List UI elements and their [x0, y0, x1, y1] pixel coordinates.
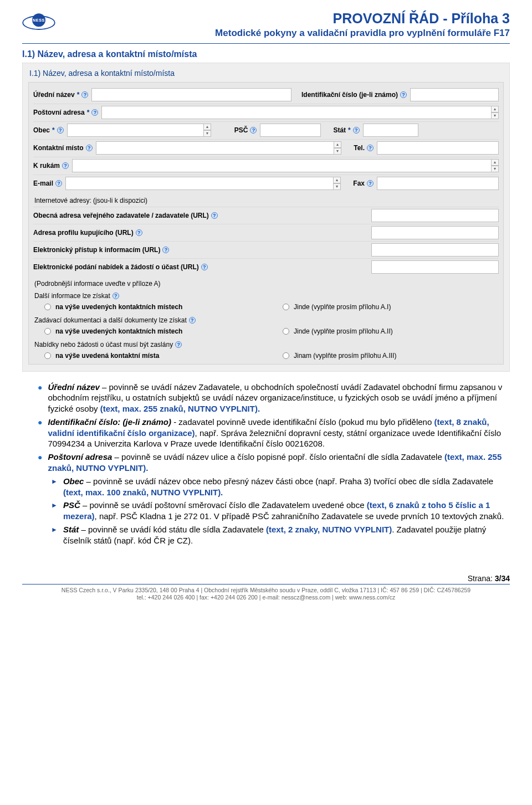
- label-id-cislo: Identifikační číslo (je-li známo) ?: [301, 91, 407, 99]
- help-icon[interactable]: ?: [175, 341, 182, 348]
- radio3-opt2[interactable]: [283, 352, 289, 359]
- page-header: NESS PROVOZNÍ ŘÁD - Příloha 3 Metodické …: [22, 11, 510, 39]
- label-url-profil: Adresa profilu kupujícího (URL) ?: [33, 229, 368, 237]
- radio3-opt1-label: na výše uvedená kontaktní místa: [55, 352, 159, 360]
- label-fax: Fax ?: [353, 180, 374, 187]
- footer-divider: [22, 584, 510, 584]
- input-postovni-adresa[interactable]: [101, 106, 492, 119]
- footer-line1: NESS Czech s.r.o., V Parku 2335/20, 148 …: [22, 587, 510, 594]
- input-obec[interactable]: [67, 124, 204, 137]
- bullet-uredni-nazev: ● Úřední název – povinně se uvádí název …: [38, 382, 510, 414]
- help-icon[interactable]: ?: [353, 127, 360, 134]
- input-email[interactable]: [65, 177, 334, 190]
- radio2-opt2-label: Jinde (vyplňte prosím přílohu A.II): [294, 327, 393, 335]
- help-icon[interactable]: ?: [57, 127, 64, 134]
- label-tel: Tel. ?: [354, 144, 374, 152]
- label-stat: Stát*?: [333, 126, 359, 134]
- input-uredni-nazev[interactable]: [91, 88, 291, 101]
- input-url-profil[interactable]: [371, 226, 499, 239]
- logo: NESS: [22, 11, 61, 35]
- page-number: 3/34: [495, 574, 510, 583]
- radio3-label: Nabídky nebo žádosti o účast musí být za…: [34, 341, 173, 348]
- spinner-down-icon[interactable]: ▾: [333, 183, 341, 190]
- triangle-icon: ►: [51, 524, 58, 546]
- spinner-up-icon[interactable]: ▴: [491, 106, 499, 112]
- help-icon[interactable]: ?: [81, 91, 88, 98]
- spinner-down-icon[interactable]: ▾: [334, 148, 341, 155]
- help-icon[interactable]: ?: [367, 145, 374, 151]
- help-icon[interactable]: ?: [136, 229, 142, 236]
- radio3-opt1[interactable]: [44, 352, 51, 359]
- input-tel[interactable]: [377, 141, 499, 155]
- svg-text:NESS: NESS: [33, 18, 45, 23]
- bullet-postovni-adresa: ● Poštovní adresa – povinně se uvádí náz…: [38, 452, 510, 474]
- bullet-icon: ●: [38, 452, 42, 474]
- label-uredni-nazev: Úřední název*?: [33, 91, 88, 99]
- input-fax[interactable]: [377, 177, 499, 190]
- bullet-icon: ●: [38, 382, 42, 414]
- help-icon[interactable]: ?: [162, 247, 169, 253]
- note-priloha: (Podrobnější informace uveďte v příloze …: [34, 280, 498, 288]
- spinner-down-icon[interactable]: ▾: [203, 130, 211, 137]
- doc-subtitle: Metodické pokyny a validační pravidla pr…: [61, 28, 510, 39]
- help-icon[interactable]: ?: [62, 162, 69, 169]
- label-postovni-adresa: Poštovní adresa*?: [33, 109, 98, 116]
- input-url-elektr-podani[interactable]: [371, 260, 499, 274]
- radio2-opt2[interactable]: [283, 328, 289, 335]
- page-footer: Strana: 3/34 NESS Czech s.r.o., V Parku …: [22, 574, 510, 602]
- help-icon[interactable]: ?: [201, 264, 208, 270]
- note-internet: Internetové adresy: (jsou-li k dispozici…: [34, 197, 498, 204]
- help-icon[interactable]: ?: [400, 91, 407, 98]
- footer-line2: tel.: +420 244 026 400 | fax: +420 244 0…: [22, 594, 510, 602]
- help-icon[interactable]: ?: [112, 293, 119, 299]
- input-stat[interactable]: [363, 124, 418, 137]
- help-icon[interactable]: ?: [91, 109, 98, 116]
- help-icon[interactable]: ?: [55, 180, 62, 187]
- triangle-icon: ►: [51, 500, 58, 522]
- bullet-icon: ●: [38, 417, 42, 449]
- label-obec: Obec*?: [33, 126, 64, 134]
- help-icon[interactable]: ?: [189, 317, 196, 324]
- header-divider: [22, 43, 510, 44]
- form-subheader: I.1) Název, adresa a kontaktní místo/mís…: [29, 69, 504, 78]
- bullet-psc: ► PSČ – povinně se uvádí poštovní směrov…: [51, 500, 510, 522]
- guidelines-content: ● Úřední název – povinně se uvádí název …: [22, 382, 510, 546]
- triangle-icon: ►: [51, 476, 58, 498]
- doc-title: PROVOZNÍ ŘÁD - Příloha 3: [61, 11, 510, 27]
- radio2-opt1[interactable]: [44, 328, 51, 335]
- radio3-opt2-label: Jinam (vyplňte prosím přílohu A.III): [294, 352, 396, 360]
- input-url-obecna[interactable]: [371, 209, 499, 222]
- label-email: E-mail ?: [33, 180, 62, 187]
- bullet-stat: ► Stát – povinně se uvádí kód státu dle …: [51, 524, 510, 546]
- help-icon[interactable]: ?: [250, 127, 257, 134]
- spinner-up-icon[interactable]: ▴: [491, 159, 499, 166]
- help-icon[interactable]: ?: [86, 145, 93, 151]
- help-icon[interactable]: ?: [367, 180, 374, 187]
- help-icon[interactable]: ?: [211, 212, 218, 219]
- radio1-label: Další informace lze získat: [34, 292, 110, 300]
- spinner-down-icon[interactable]: ▾: [491, 112, 499, 119]
- label-psc: PSČ ?: [234, 126, 257, 134]
- label-kontaktni-misto: Kontaktní místo ?: [33, 144, 93, 152]
- radio1-opt2-label: Jinde (vyplňte prosím přílohu A.I): [294, 303, 391, 311]
- spinner-up-icon[interactable]: ▴: [334, 141, 341, 148]
- spinner-down-icon[interactable]: ▾: [491, 166, 499, 172]
- input-k-rukam[interactable]: [72, 159, 492, 172]
- section-heading: I.1) Název, adresa a kontaktní místo/mís…: [22, 49, 510, 59]
- label-url-elektr-pristup: Elektronický přístup k informacím (URL) …: [33, 246, 368, 254]
- label-k-rukam: K rukám ?: [33, 162, 69, 170]
- label-url-elektr-podani: Elektronické podání nabídek a žádostí o …: [33, 263, 368, 271]
- spinner-up-icon[interactable]: ▴: [203, 124, 211, 130]
- input-kontaktni-misto[interactable]: [96, 141, 335, 155]
- ness-logo-icon: NESS: [22, 12, 55, 33]
- input-id-cislo[interactable]: [410, 88, 499, 101]
- radio1-opt2[interactable]: [283, 304, 289, 310]
- input-psc[interactable]: [260, 124, 321, 137]
- form-screenshot: I.1) Název, adresa a kontaktní místo/mís…: [22, 63, 510, 372]
- page-label: Strana:: [468, 574, 493, 583]
- radio2-label: Zadávací dokumentaci a další dokumenty l…: [34, 316, 187, 324]
- input-url-elektr-pristup[interactable]: [371, 243, 499, 257]
- bullet-id-cislo: ● Identifikační číslo: (je-li známo) - z…: [38, 417, 510, 449]
- radio1-opt1[interactable]: [44, 304, 51, 310]
- spinner-up-icon[interactable]: ▴: [333, 177, 341, 183]
